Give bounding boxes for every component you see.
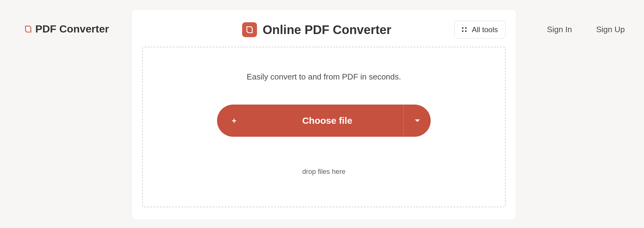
chevron-down-icon	[415, 119, 420, 122]
card-header: Online PDF Converter All tools	[142, 21, 506, 39]
brand-name: PDF Converter	[35, 23, 109, 35]
grid-dots-icon	[462, 27, 467, 32]
app-icon	[242, 22, 257, 37]
choose-file-label: Choose file	[302, 115, 352, 126]
header-auth-links: Sign In Sign Up	[547, 25, 625, 34]
all-tools-label: All tools	[472, 25, 498, 34]
all-tools-button[interactable]: All tools	[454, 21, 506, 39]
converter-card: Online PDF Converter All tools Easily co…	[131, 9, 516, 220]
page-title: Online PDF Converter	[263, 23, 391, 37]
choose-file-dropdown-button[interactable]	[403, 105, 431, 137]
sign-in-link[interactable]: Sign In	[547, 25, 572, 34]
drop-files-hint: drop files here	[302, 168, 345, 176]
brand-logo-link[interactable]: PDF Converter	[24, 23, 109, 35]
file-dropzone[interactable]: Easily convert to and from PDF in second…	[142, 47, 506, 207]
choose-file-button-group: + Choose file	[217, 105, 431, 137]
choose-file-button[interactable]: Choose file	[251, 105, 403, 137]
dropzone-description: Easily convert to and from PDF in second…	[247, 72, 401, 82]
plus-icon: +	[232, 116, 236, 126]
brand-icon	[24, 25, 32, 33]
card-title-wrap: Online PDF Converter	[205, 22, 391, 37]
sign-up-link[interactable]: Sign Up	[596, 25, 625, 34]
add-file-button[interactable]: +	[217, 105, 251, 137]
